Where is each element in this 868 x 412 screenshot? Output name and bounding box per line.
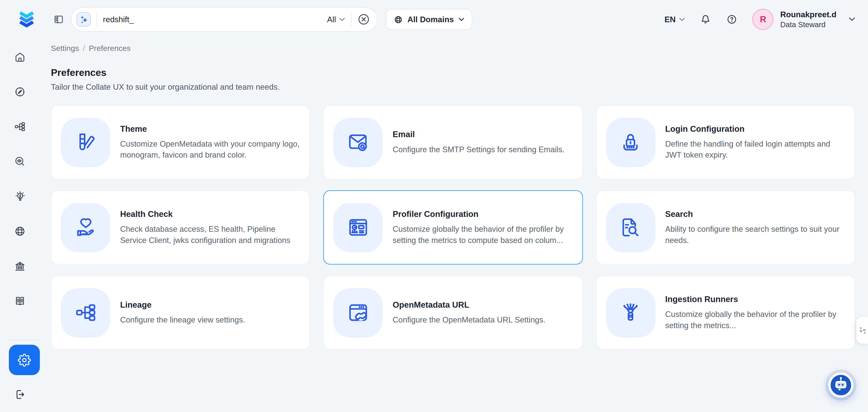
sidebar-item-explore[interactable]: [0, 86, 40, 98]
page-title: Preferences: [51, 67, 855, 79]
app-window: All All Domains EN: [0, 0, 868, 412]
card-description: Configure the SMTP Settings for sending …: [393, 144, 564, 155]
widget-handle-icon: [859, 325, 867, 335]
ingestion-robot-icon: [606, 288, 655, 337]
home-icon: [14, 51, 26, 63]
sidebar-item-observability[interactable]: [0, 155, 40, 167]
sidebar-item-governance[interactable]: [0, 260, 40, 272]
sidebar-item-home[interactable]: [0, 51, 40, 63]
data-flow-icon: [14, 121, 26, 133]
clear-search-icon[interactable]: [358, 13, 370, 26]
chevron-down-icon: [339, 18, 345, 21]
notifications-bell-icon[interactable]: [700, 13, 712, 25]
card-ingestion-runners[interactable]: Ingestion Runners Customize globally the…: [596, 276, 855, 350]
card-description: Configure the lineage view settings.: [120, 314, 245, 325]
user-avatar[interactable]: R: [753, 9, 774, 30]
domains-globe-icon: [14, 225, 26, 237]
card-title: Login Configuration: [665, 124, 845, 133]
breadcrumb-separator: /: [83, 44, 85, 53]
user-role: Data Steward: [780, 20, 837, 30]
search-document-icon: [606, 203, 655, 252]
robot-icon: [828, 372, 854, 398]
browser-link-icon: [334, 288, 383, 337]
card-health-check[interactable]: Health Check Check database access, ES h…: [51, 190, 310, 264]
card-login-configuration[interactable]: Login Configuration Define the handling …: [596, 105, 855, 179]
sidebar-item-data-flow[interactable]: [0, 121, 40, 133]
card-search[interactable]: Search Ability to configure the search s…: [596, 190, 855, 264]
chevron-down-icon[interactable]: [848, 17, 855, 22]
sidebar-item-settings-active[interactable]: [9, 345, 40, 375]
breadcrumb: Settings / Preferences: [51, 44, 855, 53]
all-domains-label: All Domains: [407, 15, 454, 24]
language-label: EN: [664, 15, 676, 24]
card-title: Theme: [120, 124, 300, 133]
card-title: Search: [665, 209, 845, 218]
top-bar: All All Domains EN: [0, 0, 868, 39]
breadcrumb-settings[interactable]: Settings: [51, 44, 79, 53]
sidebar-item-domains[interactable]: [0, 225, 40, 237]
ai-sparkle-icon[interactable]: [76, 12, 91, 27]
card-description: Check database access, ES health, Pipeli…: [120, 223, 300, 246]
card-email[interactable]: Email Configure the SMTP Settings for se…: [323, 105, 583, 179]
left-sidebar: [0, 39, 40, 412]
login-lock-icon: [606, 118, 655, 167]
card-description: Customize globally the behavior of the p…: [665, 309, 845, 331]
profiler-dashboard-icon: [334, 203, 383, 252]
chevron-down-icon: [680, 18, 685, 21]
globe-icon: [394, 15, 403, 24]
email-at-icon: [334, 118, 383, 167]
card-description: Customize globally the behavior of the p…: [393, 223, 572, 246]
card-lineage[interactable]: Lineage Configure the lineage view setti…: [51, 276, 310, 350]
edge-widget-tab[interactable]: [856, 317, 868, 343]
collate-logo-icon[interactable]: [16, 9, 38, 31]
card-title: Ingestion Runners: [665, 294, 845, 304]
logout-icon[interactable]: [14, 388, 26, 401]
card-profiler-configuration[interactable]: Profiler Configuration Customize globall…: [323, 190, 583, 264]
card-theme[interactable]: Theme Customize OpenMetadata with your c…: [51, 105, 310, 179]
card-description: Configure the OpenMetadata URL Settings.: [393, 314, 545, 325]
sidebar-item-insights[interactable]: [0, 190, 40, 202]
user-name: Rounakpreet.d: [780, 9, 837, 19]
card-openmetadata-url[interactable]: OpenMetadata URL Configure the OpenMetad…: [323, 276, 583, 350]
glossary-book-icon: [14, 295, 26, 307]
card-title: OpenMetadata URL: [393, 300, 545, 309]
chat-bot-button[interactable]: [828, 372, 854, 398]
search-input[interactable]: [97, 15, 327, 24]
theme-swatch-icon: [61, 118, 110, 167]
card-title: Health Check: [120, 209, 300, 218]
divider: [351, 12, 351, 27]
sidebar-collapse-icon[interactable]: [54, 14, 64, 24]
chevron-down-icon: [458, 18, 464, 21]
sidebar-divider: [9, 340, 40, 341]
language-dropdown[interactable]: EN: [664, 15, 685, 24]
settings-gear-icon: [18, 353, 31, 367]
breadcrumb-preferences[interactable]: Preferences: [89, 44, 131, 53]
search-scope-label: All: [327, 15, 336, 24]
card-description: Customize OpenMetadata with your company…: [120, 138, 300, 161]
observability-eye-icon: [14, 155, 26, 167]
card-title: Email: [393, 129, 564, 139]
card-description: Ability to configure the search settings…: [665, 223, 845, 246]
page-subtitle: Tailor the Collate UX to suit your organ…: [51, 82, 855, 91]
main-content: Settings / Preferences Preferences Tailo…: [51, 39, 855, 350]
health-heart-hand-icon: [61, 203, 110, 252]
governance-bank-icon: [14, 260, 26, 272]
insights-bulb-icon: [13, 190, 26, 203]
lineage-flow-icon: [61, 288, 110, 337]
card-title: Lineage: [120, 300, 245, 309]
help-icon[interactable]: [726, 14, 738, 25]
sidebar-item-glossary[interactable]: [0, 295, 40, 307]
avatar-initial: R: [760, 14, 766, 24]
card-description: Define the handling of failed login atte…: [665, 138, 845, 161]
search-scope-dropdown[interactable]: All: [327, 15, 345, 24]
explore-compass-icon: [14, 86, 26, 98]
global-search-bar[interactable]: All: [71, 7, 377, 31]
user-menu[interactable]: Rounakpreet.d Data Steward: [780, 9, 837, 30]
top-bar-right: EN R Rounakpreet.d Data Steward: [664, 9, 855, 30]
preferences-grid: Theme Customize OpenMetadata with your c…: [51, 105, 855, 350]
card-title: Profiler Configuration: [393, 209, 572, 218]
all-domains-button[interactable]: All Domains: [386, 9, 472, 30]
